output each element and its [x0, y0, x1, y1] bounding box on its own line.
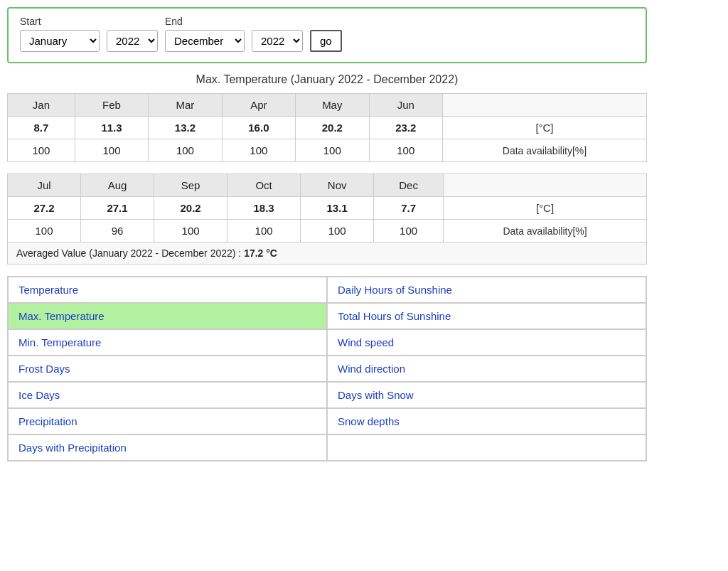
category-item-left[interactable]: Temperature [8, 277, 327, 303]
month-header: Feb [75, 94, 148, 117]
month-header: Sep [154, 174, 228, 197]
temp-value: 8.7 [8, 117, 75, 139]
end-group: End JanuaryFebruaryMarch AprilMayJune Ju… [165, 16, 342, 52]
data-table-2: JulAugSepOctNovDec 27.227.120.218.313.17… [7, 174, 647, 265]
end-month-select[interactable]: JanuaryFebruaryMarch AprilMayJune JulyAu… [165, 30, 245, 52]
avail-value: 100 [296, 139, 369, 162]
category-item-right [327, 434, 646, 461]
table2-header-row: JulAugSepOctNovDec [8, 174, 647, 197]
start-label: Start [20, 16, 158, 27]
temp-value: 13.1 [301, 197, 374, 220]
temp-value: 13.2 [149, 117, 222, 139]
avg-cell: Averaged Value (January 2022 - December … [8, 242, 647, 265]
start-group: Start JanuaryFebruaryMarch AprilMayJune … [20, 16, 158, 52]
temp-value: 7.7 [374, 197, 444, 220]
month-header: Aug [81, 174, 154, 197]
end-year-select[interactable]: 201820192020 202120222023 [252, 30, 303, 52]
table-section-1: JanFebMarAprMayJun 8.711.313.216.020.223… [7, 93, 647, 162]
temp-value: 18.3 [228, 197, 301, 220]
avail-value: 100 [154, 220, 228, 242]
category-item-right[interactable]: Days with Snow [327, 382, 646, 408]
temp-value: 11.3 [75, 117, 148, 139]
month-header: Dec [374, 174, 444, 197]
avail-value: 100 [222, 139, 295, 162]
category-item-left[interactable]: Min. Temperature [8, 329, 327, 356]
avail-value: 100 [374, 220, 444, 242]
unit-cell: [°C] [444, 197, 647, 220]
category-item-right[interactable]: Wind direction [327, 356, 646, 382]
temp-value: 27.2 [8, 197, 81, 220]
table1-temp-row: 8.711.313.216.020.223.2[°C] [8, 117, 647, 139]
table-section-2: JulAugSepOctNovDec 27.227.120.218.313.17… [7, 174, 647, 265]
main-title: Max. Temperature (January 2022 - Decembe… [7, 73, 647, 86]
data-table-1: JanFebMarAprMayJun 8.711.313.216.020.223… [7, 93, 647, 162]
month-header: Jan [8, 94, 75, 117]
category-item-right[interactable]: Daily Hours of Sunshine [327, 277, 646, 303]
category-grid: TemperatureDaily Hours of SunshineMax. T… [7, 276, 647, 461]
avail-label: Data availability[%] [444, 220, 647, 242]
end-selects: JanuaryFebruaryMarch AprilMayJune JulyAu… [165, 30, 342, 52]
end-label: End [165, 16, 342, 27]
avg-text: Averaged Value (January 2022 - December … [16, 247, 244, 259]
temp-value: 20.2 [154, 197, 228, 220]
temp-value: 27.1 [81, 197, 154, 220]
avail-value: 100 [8, 139, 75, 162]
category-item-right[interactable]: Total Hours of Sunshine [327, 303, 646, 329]
avg-row: Averaged Value (January 2022 - December … [8, 242, 647, 265]
unit-header [442, 94, 646, 117]
category-item-left[interactable]: Precipitation [8, 408, 327, 434]
category-item-right[interactable]: Wind speed [327, 329, 646, 356]
category-item-left[interactable]: Days with Precipitation [8, 434, 327, 461]
table1-header-row: JanFebMarAprMayJun [8, 94, 647, 117]
month-header: Apr [222, 94, 295, 117]
avail-label: Data availability[%] [442, 139, 646, 162]
table2-temp-row: 27.227.120.218.313.17.7[°C] [8, 197, 647, 220]
category-item-right[interactable]: Snow depths [327, 408, 646, 434]
temp-value: 20.2 [296, 117, 369, 139]
category-item-left[interactable]: Ice Days [8, 382, 327, 408]
start-year-select[interactable]: 201820192020 202120222023 [107, 30, 158, 52]
start-selects: JanuaryFebruaryMarch AprilMayJune JulyAu… [20, 30, 158, 52]
month-header: Jul [8, 174, 81, 197]
start-month-select[interactable]: JanuaryFebruaryMarch AprilMayJune JulyAu… [20, 30, 100, 52]
avail-value: 100 [301, 220, 374, 242]
month-header: Oct [228, 174, 301, 197]
table2-avail-row: 10096100100100100Data availability[%] [8, 220, 647, 242]
category-item-left[interactable]: Frost Days [8, 356, 327, 382]
month-header: Mar [149, 94, 222, 117]
unit-header [444, 174, 647, 197]
date-range-box: Start JanuaryFebruaryMarch AprilMayJune … [7, 7, 647, 63]
unit-cell: [°C] [442, 117, 646, 139]
table1-avail-row: 100100100100100100Data availability[%] [8, 139, 647, 162]
avail-value: 100 [149, 139, 222, 162]
avail-value: 100 [75, 139, 148, 162]
temp-value: 23.2 [369, 117, 442, 139]
avail-value: 100 [228, 220, 301, 242]
go-button[interactable]: go [310, 30, 342, 52]
month-header: Jun [369, 94, 442, 117]
month-header: Nov [301, 174, 374, 197]
month-header: May [296, 94, 369, 117]
avail-value: 100 [8, 220, 81, 242]
avg-value: 17.2 °C [244, 247, 277, 259]
avail-value: 100 [369, 139, 442, 162]
avail-value: 96 [81, 220, 154, 242]
category-item-left[interactable]: Max. Temperature [8, 303, 327, 329]
temp-value: 16.0 [222, 117, 295, 139]
